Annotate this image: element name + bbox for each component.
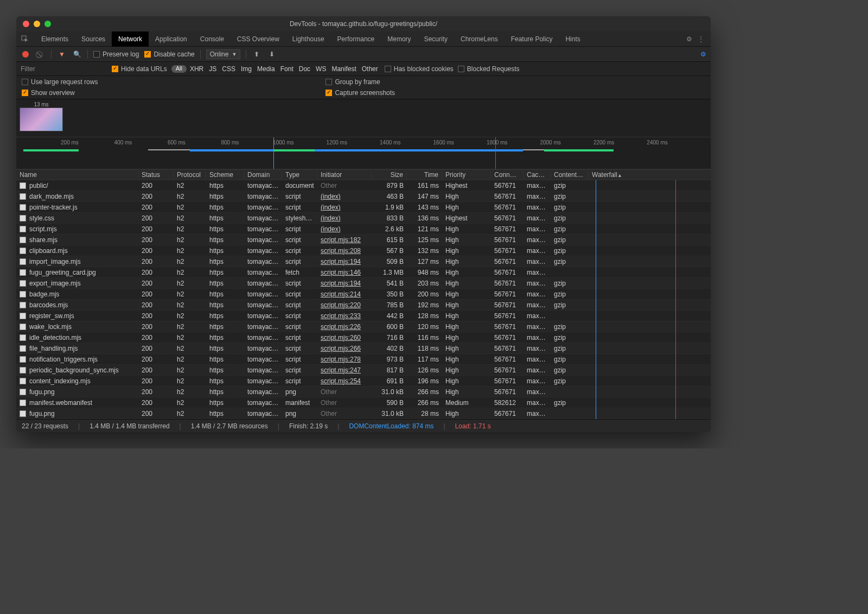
group-frame-checkbox[interactable]: Group by frame xyxy=(326,78,395,86)
table-row[interactable]: idle_detection.mjs200h2httpstomayac…scri… xyxy=(16,332,711,343)
col-time[interactable]: Time xyxy=(407,171,442,179)
large-rows-checkbox[interactable]: Use large request rows xyxy=(22,78,98,86)
filter-type-ws[interactable]: WS xyxy=(314,65,328,73)
initiator-link[interactable]: script.mjs:194 xyxy=(321,280,361,287)
filter-icon[interactable]: ▼ xyxy=(57,49,67,59)
table-row[interactable]: style.css200h2httpstomayac…stylesheet(in… xyxy=(16,213,711,224)
clear-icon[interactable]: ⃠ xyxy=(36,49,46,59)
col-content-encoding[interactable]: Content-… xyxy=(551,171,589,179)
show-overview-checkbox[interactable]: Show overview xyxy=(22,89,98,97)
initiator-link[interactable]: (index) xyxy=(321,225,341,233)
more-icon[interactable]: ⋮ xyxy=(698,35,704,43)
filter-type-img[interactable]: Img xyxy=(239,65,254,73)
table-row[interactable]: import_image.mjs200h2httpstomayac…script… xyxy=(16,256,711,267)
initiator-link[interactable]: script.mjs:182 xyxy=(321,236,361,244)
filter-type-xhr[interactable]: XHR xyxy=(188,65,206,73)
filter-type-doc[interactable]: Doc xyxy=(297,65,312,73)
filter-type-other[interactable]: Other xyxy=(360,65,380,73)
col-initiator[interactable]: Initiator xyxy=(317,171,372,179)
col-status[interactable]: Status xyxy=(138,171,174,179)
filter-type-media[interactable]: Media xyxy=(255,65,277,73)
download-icon[interactable]: ⬇ xyxy=(267,49,277,59)
tab-console[interactable]: Console xyxy=(194,31,231,47)
settings-icon[interactable]: ⚙ xyxy=(686,35,692,43)
search-icon[interactable]: 🔍 xyxy=(72,49,82,59)
tab-security[interactable]: Security xyxy=(418,31,454,47)
hide-data-urls-checkbox[interactable]: Hide data URLs xyxy=(112,65,167,73)
initiator-link[interactable]: script.mjs:278 xyxy=(321,356,361,363)
table-row[interactable]: file_handling.mjs200h2httpstomayac…scrip… xyxy=(16,343,711,354)
initiator-link[interactable]: script.mjs:220 xyxy=(321,301,361,309)
blocked-requests-checkbox[interactable]: Blocked Requests xyxy=(458,65,520,73)
filter-input[interactable]: Filter xyxy=(21,65,107,73)
col-type[interactable]: Type xyxy=(282,171,317,179)
initiator-link[interactable]: script.mjs:214 xyxy=(321,290,361,298)
tab-memory[interactable]: Memory xyxy=(381,31,417,47)
filter-type-js[interactable]: JS xyxy=(207,65,219,73)
table-row[interactable]: script.mjs200h2httpstomayac…script(index… xyxy=(16,224,711,235)
disable-cache-checkbox[interactable]: Disable cache xyxy=(144,50,194,58)
tab-elements[interactable]: Elements xyxy=(35,31,75,47)
table-row[interactable]: periodic_background_sync.mjs200h2httpsto… xyxy=(16,365,711,376)
col-connection[interactable]: Conne… xyxy=(491,171,524,179)
table-row[interactable]: manifest.webmanifest200h2httpstomayac…ma… xyxy=(16,397,711,408)
table-row[interactable]: pointer-tracker.js200h2httpstomayac…scri… xyxy=(16,202,711,213)
tab-css-overview[interactable]: CSS Overview xyxy=(231,31,286,47)
tab-chromelens[interactable]: ChromeLens xyxy=(454,31,505,47)
initiator-link[interactable]: script.mjs:226 xyxy=(321,323,361,331)
filter-type-font[interactable]: Font xyxy=(278,65,296,73)
initiator-link[interactable]: script.mjs:146 xyxy=(321,269,361,276)
upload-icon[interactable]: ⬆ xyxy=(252,49,261,59)
table-row[interactable]: barcodes.mjs200h2httpstomayac…scriptscri… xyxy=(16,300,711,311)
initiator-link[interactable]: script.mjs:254 xyxy=(321,377,361,385)
filter-type-all[interactable]: All xyxy=(171,65,187,73)
initiator-link[interactable]: script.mjs:247 xyxy=(321,366,361,374)
initiator-link[interactable]: script.mjs:233 xyxy=(321,312,361,320)
filter-type-manifest[interactable]: Manifest xyxy=(329,65,358,73)
table-row[interactable]: content_indexing.mjs200h2httpstomayac…sc… xyxy=(16,376,711,387)
inspect-element-icon[interactable] xyxy=(20,34,30,45)
table-header[interactable]: Name Status Protocol Scheme Domain Type … xyxy=(16,169,711,180)
table-row[interactable]: public/200h2httpstomayac…documentOther87… xyxy=(16,180,711,191)
tab-sources[interactable]: Sources xyxy=(75,31,112,47)
table-row[interactable]: register_sw.mjs200h2httpstomayac…scripts… xyxy=(16,311,711,321)
tab-network[interactable]: Network xyxy=(112,31,149,47)
network-settings-icon[interactable]: ⚙ xyxy=(700,50,706,58)
tab-lighthouse[interactable]: Lighthouse xyxy=(286,31,331,47)
initiator-link[interactable]: (index) xyxy=(321,193,341,200)
table-row[interactable]: wake_lock.mjs200h2httpstomayac…scriptscr… xyxy=(16,321,711,332)
tab-feature-policy[interactable]: Feature Policy xyxy=(505,31,559,47)
initiator-link[interactable]: script.mjs:260 xyxy=(321,334,361,341)
table-row[interactable]: notification_triggers.mjs200h2httpstomay… xyxy=(16,354,711,365)
col-size[interactable]: Size xyxy=(372,171,407,179)
tab-application[interactable]: Application xyxy=(149,31,194,47)
table-row[interactable]: badge.mjs200h2httpstomayac…scriptscript.… xyxy=(16,289,711,300)
initiator-link[interactable]: script.mjs:194 xyxy=(321,258,361,265)
table-row[interactable]: dark_mode.mjs200h2httpstomayac…script(in… xyxy=(16,191,711,202)
filter-type-css[interactable]: CSS xyxy=(220,65,238,73)
record-button[interactable] xyxy=(21,49,30,59)
capture-screenshots-checkbox[interactable]: Capture screenshots xyxy=(326,89,395,97)
table-row[interactable]: clipboard.mjs200h2httpstomayac…scriptscr… xyxy=(16,245,711,256)
initiator-link[interactable]: (index) xyxy=(321,214,341,222)
table-row[interactable]: fugu.png200h2httpstomayac…pngOther31.0 k… xyxy=(16,387,711,397)
table-row[interactable]: fugu.png200h2httpstomayac…pngOther31.0 k… xyxy=(16,408,711,419)
col-domain[interactable]: Domain xyxy=(244,171,282,179)
initiator-link[interactable]: (index) xyxy=(321,204,341,211)
initiator-link[interactable]: script.mjs:208 xyxy=(321,247,361,255)
table-row[interactable]: export_image.mjs200h2httpstomayac…script… xyxy=(16,278,711,289)
throttle-select[interactable]: Online▼ xyxy=(206,49,241,59)
col-name[interactable]: Name xyxy=(16,171,138,179)
preserve-log-checkbox[interactable]: Preserve log xyxy=(93,50,139,58)
col-priority[interactable]: Priority xyxy=(442,171,491,179)
initiator-link[interactable]: script.mjs:266 xyxy=(321,345,361,352)
col-waterfall[interactable]: Waterfall▲ xyxy=(589,171,711,179)
screenshot-thumbnail[interactable] xyxy=(20,107,63,131)
col-protocol[interactable]: Protocol xyxy=(174,171,206,179)
tab-hints[interactable]: Hints xyxy=(559,31,586,47)
col-scheme[interactable]: Scheme xyxy=(206,171,244,179)
table-row[interactable]: share.mjs200h2httpstomayac…scriptscript.… xyxy=(16,235,711,245)
table-row[interactable]: fugu_greeting_card.jpg200h2httpstomayac…… xyxy=(16,267,711,278)
timeline-overview[interactable]: 200 ms400 ms600 ms800 ms1000 ms1200 ms14… xyxy=(16,137,711,169)
tab-performance[interactable]: Performance xyxy=(331,31,381,47)
